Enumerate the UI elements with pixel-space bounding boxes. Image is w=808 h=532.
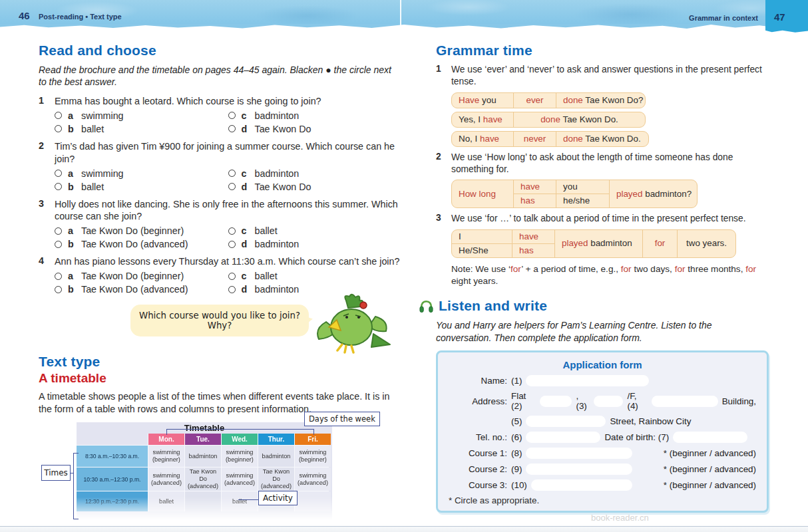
- grammar-cell: How long: [452, 180, 513, 207]
- text-segment: He/She: [459, 245, 489, 255]
- question: 1Emma has bought a leotard. Which course…: [39, 95, 401, 136]
- text-segment: done: [563, 95, 583, 105]
- parrot-mascot-illustration: [310, 293, 393, 358]
- grammar-point-text: We use ‘How long’ to ask about the lengt…: [451, 152, 769, 176]
- form-row: Course 1:(8)* (beginner / advanced): [449, 448, 756, 459]
- answer-circle[interactable]: [228, 170, 236, 177]
- answer-circle[interactable]: [228, 227, 236, 235]
- form-blank[interactable]: [540, 396, 572, 407]
- grammar-cell: ever: [513, 93, 556, 108]
- form-text: * (beginner / advanced): [664, 448, 756, 458]
- grammar-point: 3We use ‘for …’ to talk about a period o…: [436, 213, 769, 225]
- grammar-cell: played badminton: [554, 230, 642, 257]
- form-blank[interactable]: [531, 479, 632, 491]
- form-blank[interactable]: [673, 432, 747, 443]
- grammar-table-row: How longhaveyouplayed badminton?: [452, 180, 697, 194]
- form-blank[interactable]: [526, 416, 606, 427]
- question-text: Emma has bought a leotard. Which course …: [55, 95, 401, 108]
- form-text: (8): [511, 448, 522, 458]
- answer-circle[interactable]: [55, 170, 62, 177]
- timetable-day-header: Thur.: [258, 434, 294, 445]
- option-text: Tae Kwon Do: [255, 182, 311, 192]
- timetable-activity-cell: swimming (advanced): [148, 467, 184, 491]
- option-letter: c: [242, 225, 249, 236]
- form-row: Course 3:(10)* (beginner / advanced): [449, 479, 756, 491]
- option: aTae Kwon Do (beginner): [55, 224, 228, 237]
- left-page: Read and choose Read the brochure and th…: [39, 40, 401, 523]
- answer-circle[interactable]: [228, 125, 236, 132]
- answer-circle[interactable]: [55, 125, 62, 132]
- text-segment: Tae Kwon Do.: [583, 134, 641, 144]
- answer-circle[interactable]: [55, 227, 62, 235]
- form-label: Address:: [449, 396, 507, 406]
- text-segment: for: [675, 264, 686, 274]
- timetable-activity-cell: badminton: [185, 446, 221, 467]
- form-label: Name:: [449, 376, 507, 386]
- text-segment: has: [520, 196, 535, 205]
- timetable-panel: TimetableMon.Tue.Wed.Thur.Fri.8:30 a.m.–…: [77, 422, 332, 523]
- answer-circle[interactable]: [55, 273, 62, 280]
- text-segment: eight years.: [451, 276, 498, 286]
- answer-circle[interactable]: [55, 241, 62, 248]
- answer-circle[interactable]: [228, 273, 236, 280]
- speech-bubble: Which course would you like to join? Why…: [130, 305, 309, 336]
- grammar-table-2: How longhaveyouplayed badminton?hashe/sh…: [451, 180, 698, 208]
- text-segment: for: [510, 264, 521, 274]
- form-blank[interactable]: [526, 464, 632, 475]
- grammar-cell: I: [452, 230, 512, 243]
- form-row: Course 2:(9)* (beginner / advanced): [449, 464, 756, 475]
- question-text: Tim’s dad has given Tim ¥900 for joining…: [55, 140, 401, 166]
- answer-circle[interactable]: [55, 286, 62, 293]
- answer-circle[interactable]: [228, 112, 236, 119]
- question-number: 2: [39, 140, 49, 194]
- form-text: Building,: [722, 396, 756, 406]
- activity-connector-line: [238, 499, 258, 500]
- text-segment: have: [480, 134, 499, 144]
- option: cballet: [228, 224, 402, 237]
- option-letter: c: [242, 168, 249, 179]
- form-blank[interactable]: [526, 448, 632, 459]
- answer-circle[interactable]: [228, 241, 236, 248]
- grammar-point: 2We use ‘How long’ to ask about the leng…: [436, 152, 769, 176]
- grammar-point-number: 1: [436, 64, 445, 88]
- grammar-point-number: 3: [436, 213, 445, 225]
- question-body: Tim’s dad has given Tim ¥900 for joining…: [55, 140, 401, 194]
- timetable-day-header: Fri.: [295, 434, 331, 445]
- page-number-left: 46: [19, 10, 30, 21]
- timetable-time-cell: 8:30 a.m.–10:30 a.m.: [77, 446, 148, 467]
- right-page: Grammar time 1We use ‘ever’ and ‘never’ …: [436, 40, 769, 513]
- option-letter: a: [68, 271, 75, 281]
- grammar-table-1: Have youeverdone Tae Kwon Do?Yes, I have…: [451, 92, 769, 147]
- option-text: Tae Kwon Do (beginner): [81, 225, 184, 236]
- form-text: (9): [511, 464, 522, 474]
- answer-circle[interactable]: [228, 183, 236, 190]
- text-segment: ever: [526, 95, 543, 105]
- application-form-rows: Name:(1)Address:Flat (2), (3)/F, (4)Buil…: [449, 375, 756, 491]
- form-label: Tel. no.:: [449, 432, 507, 442]
- timetable-activity-cell: swimming (advanced): [222, 467, 258, 491]
- form-blank[interactable]: [526, 375, 649, 386]
- form-blank[interactable]: [652, 396, 718, 407]
- option-letter: a: [68, 168, 75, 179]
- grammar-table-row: Ihaveplayed badmintonfortwo years.: [452, 230, 735, 243]
- form-blank[interactable]: [594, 396, 623, 407]
- answer-circle[interactable]: [55, 183, 62, 190]
- options-grid: aswimmingbballetcbadmintondTae Kwon Do: [55, 167, 401, 194]
- application-form-title: Application form: [449, 359, 756, 370]
- timetable-activity-cell: swimming (beginner): [295, 446, 331, 467]
- timetable-activity-cell: ballet: [148, 491, 184, 511]
- grammar-time-heading: Grammar time: [436, 43, 769, 59]
- grammar-cell: has: [513, 194, 556, 207]
- timetable-time-cell: 10:30 a.m.–12:30 p.m.: [77, 467, 148, 491]
- question-number: 1: [39, 95, 49, 136]
- answer-circle[interactable]: [228, 286, 236, 293]
- form-blank[interactable]: [526, 432, 600, 443]
- text-segment: played: [562, 238, 588, 248]
- grammar-cell: two years.: [677, 230, 735, 257]
- option: aswimming: [55, 109, 228, 122]
- grammar-cell: He/She: [452, 243, 512, 257]
- listen-and-write-title: Listen and write: [439, 298, 547, 314]
- answer-circle[interactable]: [55, 112, 62, 119]
- headphones-icon: [419, 299, 434, 313]
- option-letter: c: [242, 271, 249, 281]
